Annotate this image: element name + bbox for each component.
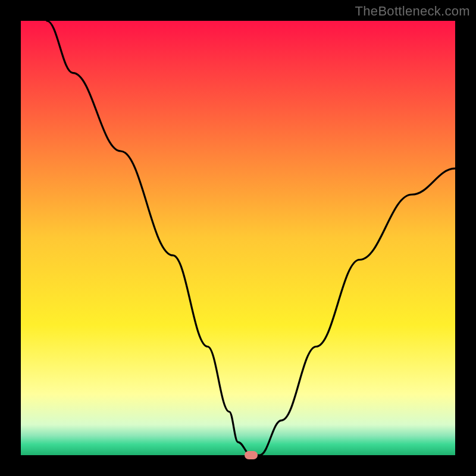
watermark-text: TheBottleneck.com <box>355 4 470 19</box>
optimal-point-marker <box>245 451 258 459</box>
chart-canvas <box>0 0 476 476</box>
bottleneck-chart: TheBottleneck.com <box>0 0 476 476</box>
